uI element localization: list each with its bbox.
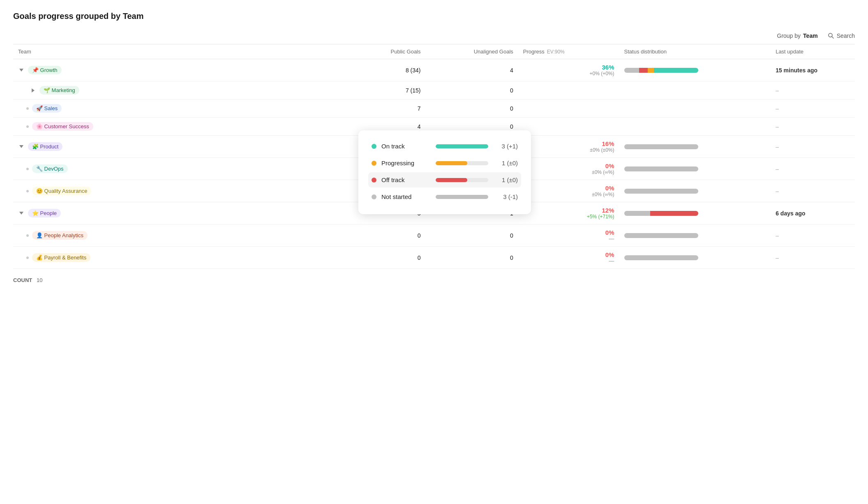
team-badge[interactable]: 💰 Payroll & Benefits bbox=[32, 253, 90, 262]
status-bar bbox=[624, 144, 698, 149]
bullet bbox=[26, 107, 29, 110]
bar-segment bbox=[624, 233, 698, 238]
team-cell-qa: 😊 Quality Assurance bbox=[13, 180, 333, 202]
tooltip-row-on-track: On track3 (+1) bbox=[368, 139, 521, 154]
tooltip-bar bbox=[436, 144, 488, 148]
status-bar-cell bbox=[619, 247, 771, 269]
team-badge[interactable]: 😊 Quality Assurance bbox=[32, 187, 91, 195]
status-bar bbox=[624, 68, 698, 73]
expand-button[interactable] bbox=[30, 87, 36, 94]
progress-cell: 0%±0% (∞%) bbox=[518, 180, 619, 202]
svg-line-1 bbox=[832, 37, 833, 38]
progress-cell: 12%+5% (+71%) bbox=[518, 202, 619, 224]
tooltip-count: 1 (±0) bbox=[493, 176, 518, 183]
team-cell-marketing: 🌱 Marketing bbox=[13, 81, 333, 99]
table-wrapper: Team Public Goals Unaligned Goals Progre… bbox=[13, 44, 855, 269]
status-bar-cell bbox=[619, 118, 771, 136]
expand-button[interactable] bbox=[18, 210, 25, 217]
team-badge[interactable]: 👤 People Analytics bbox=[32, 231, 88, 240]
toolbar: Group by Team Search bbox=[13, 32, 855, 39]
ev-badge: EV:90% bbox=[547, 49, 565, 55]
status-label: On track bbox=[381, 143, 431, 150]
bullet bbox=[26, 190, 29, 192]
count-value: 10 bbox=[37, 277, 42, 283]
tooltip-bar bbox=[436, 195, 488, 199]
team-badge[interactable]: 🌸 Customer Success bbox=[32, 122, 93, 131]
team-badge[interactable]: ⭐ People bbox=[28, 209, 61, 217]
team-cell-product: 🧩 Product bbox=[13, 136, 333, 158]
col-unaligned-goals[interactable]: Unaligned Goals bbox=[426, 44, 518, 59]
public-goals-cell: 0 bbox=[333, 224, 425, 247]
last-update-cell: – bbox=[771, 81, 855, 99]
progress-main: 0% bbox=[523, 185, 614, 192]
last-update-text: 6 days ago bbox=[776, 210, 805, 217]
tooltip-bar-container bbox=[436, 144, 488, 148]
last-update-cell: – bbox=[771, 224, 855, 247]
count-footer: COUNT 10 bbox=[13, 277, 855, 283]
table-row: 🚀 Sales70– bbox=[13, 99, 855, 118]
progress-main: 0% bbox=[523, 251, 614, 258]
expand-button[interactable] bbox=[18, 67, 25, 74]
status-bar-cell bbox=[619, 202, 771, 224]
bar-segment bbox=[624, 189, 698, 194]
bar-segment bbox=[624, 211, 650, 216]
status-bar-cell bbox=[619, 81, 771, 99]
col-status-dist[interactable]: Status distribution bbox=[619, 44, 771, 59]
progress-sub: –– bbox=[523, 258, 614, 264]
col-last-update[interactable]: Last update bbox=[771, 44, 855, 59]
page-title: Goals progress grouped by Team bbox=[13, 12, 855, 21]
unaligned-goals-cell: 0 bbox=[426, 247, 518, 269]
col-public-goals[interactable]: Public Goals bbox=[333, 44, 425, 59]
unaligned-goals-cell: 4 bbox=[426, 59, 518, 81]
tooltip-bar-container bbox=[436, 195, 488, 199]
status-dot bbox=[372, 178, 376, 183]
status-bar bbox=[624, 211, 698, 216]
status-bar-cell bbox=[619, 136, 771, 158]
tooltip-bar bbox=[436, 161, 467, 165]
public-goals-cell: 0 bbox=[333, 247, 425, 269]
progress-sub: ±0% (∞%) bbox=[523, 192, 614, 197]
table-row: 📌 Growth8 (34)436%+0% (+0%)15 minutes ag… bbox=[13, 59, 855, 81]
progress-cell bbox=[518, 99, 619, 118]
team-badge[interactable]: 🔧 DevOps bbox=[32, 164, 68, 173]
col-progress[interactable]: Progress EV:90% bbox=[518, 44, 619, 59]
tooltip-row-not-started: Not started3 (-1) bbox=[368, 189, 521, 204]
tooltip-count: 3 (+1) bbox=[493, 143, 518, 150]
status-bar-cell bbox=[619, 180, 771, 202]
unaligned-goals-cell: 0 bbox=[426, 224, 518, 247]
team-badge[interactable]: 🧩 Product bbox=[28, 142, 62, 151]
team-badge[interactable]: 🚀 Sales bbox=[32, 104, 62, 113]
last-update-text: 15 minutes ago bbox=[776, 67, 817, 74]
progress-cell: 0%–– bbox=[518, 224, 619, 247]
team-badge[interactable]: 🌱 Marketing bbox=[39, 86, 79, 95]
tooltip-row-progressing: Progressing1 (±0) bbox=[368, 155, 521, 171]
tooltip-bar bbox=[436, 178, 467, 182]
progress-sub: ±0% (±0%) bbox=[523, 147, 614, 153]
last-update-cell: – bbox=[771, 158, 855, 180]
search-icon bbox=[828, 32, 834, 39]
progress-cell bbox=[518, 118, 619, 136]
bullet bbox=[26, 234, 29, 237]
progress-sub: +5% (+71%) bbox=[523, 214, 614, 220]
bullet bbox=[26, 168, 29, 170]
status-bar-cell bbox=[619, 224, 771, 247]
tooltip-count: 1 (±0) bbox=[493, 160, 518, 166]
team-cell-people: ⭐ People bbox=[13, 202, 333, 224]
status-bar bbox=[624, 166, 698, 171]
table-row: 🌱 Marketing7 (15)0– bbox=[13, 81, 855, 99]
group-by-value[interactable]: Team bbox=[803, 32, 818, 39]
progress-cell: 0%–– bbox=[518, 247, 619, 269]
bar-segment bbox=[650, 211, 698, 216]
col-team[interactable]: Team bbox=[13, 44, 333, 59]
bar-segment bbox=[648, 68, 653, 73]
last-update-cell: – bbox=[771, 118, 855, 136]
tooltip-bar-container bbox=[436, 178, 488, 182]
expand-button[interactable] bbox=[18, 143, 25, 150]
tooltip-bar-container bbox=[436, 161, 488, 165]
progress-sub: +0% (+0%) bbox=[523, 71, 614, 76]
team-badge[interactable]: 📌 Growth bbox=[28, 66, 62, 74]
group-by-label: Group by bbox=[777, 32, 801, 39]
search-button[interactable]: Search bbox=[828, 32, 855, 39]
progress-cell: 16%±0% (±0%) bbox=[518, 136, 619, 158]
status-tooltip: On track3 (+1)Progressing1 (±0)Off track… bbox=[358, 130, 531, 214]
